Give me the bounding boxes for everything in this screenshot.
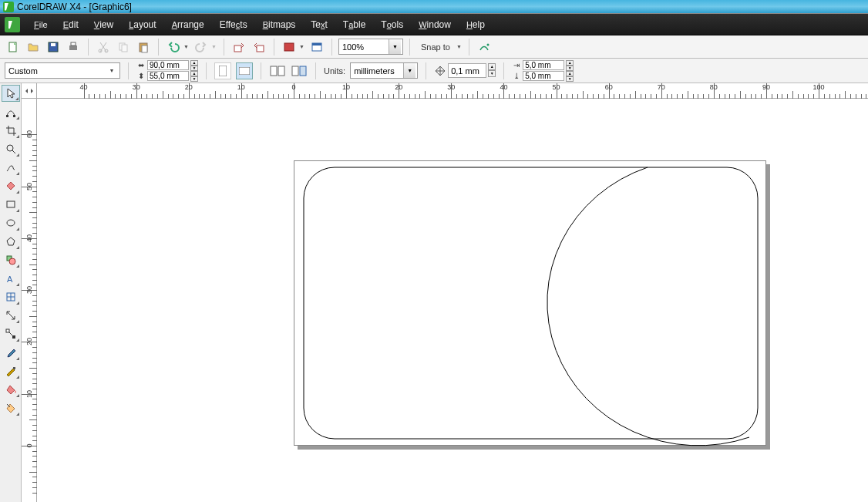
svg-rect-32: [6, 329, 9, 332]
app-launcher-button[interactable]: [281, 39, 298, 56]
welcome-screen-button[interactable]: [308, 39, 325, 56]
duplicate-distance: ⇥ ▲▼ ⤓ ▲▼: [512, 60, 574, 82]
svg-rect-2: [51, 43, 56, 46]
menu-file[interactable]: File: [26, 19, 56, 30]
dup-y-spinner[interactable]: ▲▼: [566, 71, 574, 82]
paper-size-arrow[interactable]: ▼: [106, 68, 118, 73]
svg-rect-20: [278, 66, 284, 76]
svg-rect-11: [234, 45, 241, 52]
table-tool[interactable]: [2, 288, 20, 305]
toolbar-separator: [224, 39, 224, 56]
dup-x-input[interactable]: [523, 60, 564, 70]
menu-edit[interactable]: Edit: [56, 19, 86, 30]
rectangle-tool[interactable]: [2, 196, 20, 213]
paper-size-select[interactable]: Custom ▼: [5, 62, 120, 79]
drawing-page: [294, 160, 766, 446]
print-button[interactable]: [65, 39, 82, 56]
workspace[interactable]: 403020100102030405060708090100 605040302…: [22, 83, 868, 502]
horizontal-ruler[interactable]: 403020100102030405060708090100: [37, 83, 868, 99]
svg-rect-22: [300, 66, 306, 76]
svg-point-5: [99, 49, 102, 52]
page-height-input[interactable]: [147, 71, 189, 81]
svg-rect-8: [122, 45, 127, 52]
menu-window[interactable]: Window: [411, 19, 459, 30]
paste-button[interactable]: [135, 39, 152, 56]
snap-to-dropdown[interactable]: ▼: [456, 44, 463, 49]
menu-table[interactable]: Table: [335, 19, 373, 30]
crop-tool[interactable]: [2, 122, 20, 139]
svg-rect-21: [292, 66, 298, 76]
export-button[interactable]: [251, 39, 267, 56]
interactive-tool[interactable]: [2, 325, 20, 342]
svg-rect-4: [71, 42, 76, 45]
property-bar: Custom ▼ ⬌ ▲▼ ⬍ ▲▼ Units: ▼ ▲▼ ⇥ ▲▼: [0, 59, 868, 83]
polygon-tool[interactable]: [2, 233, 20, 250]
menu-effects[interactable]: Effects: [212, 19, 255, 30]
page-width-input[interactable]: [147, 60, 189, 70]
menu-text[interactable]: Text: [303, 19, 335, 30]
ellipse-tool[interactable]: [2, 214, 20, 231]
save-button[interactable]: [45, 39, 62, 56]
zoom-input[interactable]: [339, 39, 389, 54]
toolbar-separator: [503, 62, 504, 79]
svg-point-16: [486, 43, 489, 45]
app-menu-icon[interactable]: [5, 17, 20, 32]
menu-tools[interactable]: Tools: [373, 19, 411, 30]
units-combo[interactable]: ▼: [350, 62, 418, 79]
zoom-combo[interactable]: ▼: [338, 39, 403, 55]
nudge-spinner[interactable]: ▲▼: [488, 63, 496, 79]
open-button[interactable]: [25, 39, 42, 56]
dup-y-input[interactable]: [523, 71, 564, 81]
toolbox: A: [0, 83, 22, 502]
dimension-tool[interactable]: [2, 307, 20, 324]
undo-button[interactable]: [165, 39, 182, 56]
pick-tool[interactable]: [2, 85, 20, 102]
units-input[interactable]: [351, 63, 403, 78]
svg-rect-34: [13, 367, 15, 369]
freehand-tool[interactable]: [2, 159, 20, 176]
shape-tool[interactable]: [2, 103, 20, 120]
dup-x-spinner[interactable]: ▲▼: [566, 60, 574, 71]
outline-tool[interactable]: [2, 362, 20, 379]
standard-toolbar: ▼ ▼ ▼ ▼ Snap to ▼: [0, 35, 868, 59]
text-tool[interactable]: A: [2, 270, 20, 287]
redo-button[interactable]: [193, 39, 210, 56]
toolbar-separator: [88, 39, 89, 56]
cut-button[interactable]: [95, 39, 112, 56]
new-button[interactable]: [5, 39, 22, 56]
interactive-fill-tool[interactable]: [2, 399, 20, 416]
portrait-button[interactable]: [214, 62, 231, 79]
copy-button[interactable]: [115, 39, 132, 56]
toolbar-separator: [331, 39, 332, 56]
current-page-button[interactable]: [291, 62, 308, 79]
undo-dropdown[interactable]: ▼: [183, 44, 190, 49]
page-height-spinner[interactable]: ▲▼: [190, 71, 198, 82]
menu-layout[interactable]: Layout: [121, 19, 163, 30]
menu-arrange[interactable]: Arrange: [164, 19, 212, 30]
redo-dropdown[interactable]: ▼: [211, 44, 217, 49]
nudge-input[interactable]: [448, 63, 486, 78]
rounded-rect-shape[interactable]: [304, 167, 758, 439]
ruler-origin[interactable]: [22, 83, 37, 99]
menu-help[interactable]: Help: [459, 19, 493, 30]
zoom-dropdown-arrow[interactable]: ▼: [389, 39, 401, 54]
basic-shapes-tool[interactable]: [2, 251, 20, 268]
arc-shape[interactable]: [547, 167, 749, 446]
landscape-button[interactable]: [236, 62, 253, 79]
smart-fill-tool[interactable]: [2, 177, 20, 194]
vertical-ruler[interactable]: 6050403020100: [22, 99, 37, 502]
zoom-tool[interactable]: [2, 140, 20, 157]
toolbar-separator: [128, 62, 129, 79]
page-width-spinner[interactable]: ▲▼: [190, 60, 198, 71]
all-pages-button[interactable]: [269, 62, 286, 79]
eyedropper-tool[interactable]: [2, 344, 20, 361]
units-arrow[interactable]: ▼: [403, 63, 415, 78]
drawing-canvas[interactable]: [37, 99, 868, 502]
fill-tool[interactable]: [2, 381, 20, 398]
import-button[interactable]: [230, 39, 247, 56]
app-launcher-dropdown[interactable]: ▼: [299, 44, 305, 49]
menu-view[interactable]: View: [86, 19, 121, 30]
svg-rect-12: [257, 45, 264, 52]
menu-bitmaps[interactable]: Bitmaps: [255, 19, 304, 30]
options-button[interactable]: [476, 39, 493, 56]
